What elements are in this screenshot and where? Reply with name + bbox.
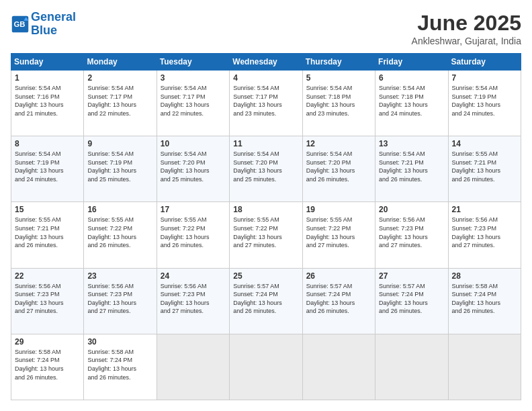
- table-row: [448, 334, 521, 400]
- day-number: 8: [15, 139, 80, 148]
- table-row: 24Sunrise: 5:56 AM Sunset: 7:23 PM Dayli…: [157, 268, 229, 334]
- table-row: 29Sunrise: 5:58 AM Sunset: 7:24 PM Dayli…: [11, 334, 84, 400]
- day-number: 15: [15, 205, 80, 214]
- table-row: 13Sunrise: 5:54 AM Sunset: 7:21 PM Dayli…: [375, 136, 448, 202]
- day-info: Sunrise: 5:55 AM Sunset: 7:21 PM Dayligh…: [15, 216, 80, 249]
- day-number: 12: [306, 139, 371, 148]
- table-row: 28Sunrise: 5:58 AM Sunset: 7:24 PM Dayli…: [448, 268, 521, 334]
- day-number: 26: [306, 271, 371, 281]
- logo-text: General Blue: [31, 11, 76, 38]
- logo: GB General Blue: [11, 11, 76, 38]
- table-row: 17Sunrise: 5:55 AM Sunset: 7:22 PM Dayli…: [157, 202, 229, 268]
- location-subtitle: Ankleshwar, Gujarat, India: [412, 36, 521, 46]
- day-number: 28: [452, 271, 517, 281]
- table-row: 3Sunrise: 5:54 AM Sunset: 7:17 PM Daylig…: [157, 71, 229, 136]
- table-row: 30Sunrise: 5:58 AM Sunset: 7:24 PM Dayli…: [84, 334, 157, 400]
- table-row: 12Sunrise: 5:54 AM Sunset: 7:20 PM Dayli…: [302, 136, 375, 202]
- svg-text:GB: GB: [13, 19, 25, 28]
- header-tuesday: Tuesday: [157, 54, 229, 71]
- day-info: Sunrise: 5:54 AM Sunset: 7:19 PM Dayligh…: [87, 150, 152, 183]
- table-row: 25Sunrise: 5:57 AM Sunset: 7:24 PM Dayli…: [230, 268, 302, 334]
- table-row: 14Sunrise: 5:55 AM Sunset: 7:21 PM Dayli…: [448, 136, 521, 202]
- calendar-week-row: 29Sunrise: 5:58 AM Sunset: 7:24 PM Dayli…: [11, 334, 521, 400]
- table-row: 7Sunrise: 5:54 AM Sunset: 7:19 PM Daylig…: [448, 71, 521, 136]
- day-info: Sunrise: 5:54 AM Sunset: 7:17 PM Dayligh…: [87, 84, 152, 118]
- day-number: 7: [452, 73, 517, 83]
- day-info: Sunrise: 5:54 AM Sunset: 7:16 PM Dayligh…: [15, 84, 80, 118]
- table-row: [157, 334, 229, 400]
- header-wednesday: Wednesday: [230, 54, 302, 71]
- day-info: Sunrise: 5:54 AM Sunset: 7:19 PM Dayligh…: [15, 150, 80, 183]
- table-row: 22Sunrise: 5:56 AM Sunset: 7:23 PM Dayli…: [11, 268, 84, 334]
- day-info: Sunrise: 5:54 AM Sunset: 7:17 PM Dayligh…: [161, 84, 226, 118]
- header-sunday: Sunday: [11, 54, 84, 71]
- table-row: 16Sunrise: 5:55 AM Sunset: 7:22 PM Dayli…: [84, 202, 157, 268]
- table-row: 27Sunrise: 5:57 AM Sunset: 7:24 PM Dayli…: [375, 268, 448, 334]
- table-row: [302, 334, 375, 400]
- table-row: 8Sunrise: 5:54 AM Sunset: 7:19 PM Daylig…: [11, 136, 84, 202]
- header: GB General Blue June 2025 Ankleshwar, Gu…: [11, 11, 521, 46]
- logo-line2: Blue: [31, 24, 57, 37]
- day-info: Sunrise: 5:58 AM Sunset: 7:24 PM Dayligh…: [87, 348, 152, 381]
- day-number: 25: [233, 271, 298, 281]
- day-number: 17: [161, 205, 226, 214]
- day-info: Sunrise: 5:54 AM Sunset: 7:20 PM Dayligh…: [161, 150, 226, 183]
- table-row: 9Sunrise: 5:54 AM Sunset: 7:19 PM Daylig…: [84, 136, 157, 202]
- calendar-table: Sunday Monday Tuesday Wednesday Thursday…: [11, 53, 521, 400]
- header-monday: Monday: [84, 54, 157, 71]
- header-thursday: Thursday: [302, 54, 375, 71]
- day-number: 5: [306, 73, 371, 83]
- day-number: 21: [452, 205, 517, 214]
- table-row: 15Sunrise: 5:55 AM Sunset: 7:21 PM Dayli…: [11, 202, 84, 268]
- day-number: 30: [87, 337, 152, 347]
- day-number: 1: [15, 73, 80, 83]
- calendar-week-row: 22Sunrise: 5:56 AM Sunset: 7:23 PM Dayli…: [11, 268, 521, 334]
- calendar-week-row: 15Sunrise: 5:55 AM Sunset: 7:21 PM Dayli…: [11, 202, 521, 268]
- table-row: 19Sunrise: 5:55 AM Sunset: 7:22 PM Dayli…: [302, 202, 375, 268]
- table-row: 26Sunrise: 5:57 AM Sunset: 7:24 PM Dayli…: [302, 268, 375, 334]
- day-number: 22: [15, 271, 80, 281]
- day-info: Sunrise: 5:54 AM Sunset: 7:18 PM Dayligh…: [306, 84, 371, 118]
- day-info: Sunrise: 5:58 AM Sunset: 7:24 PM Dayligh…: [15, 348, 80, 381]
- header-friday: Friday: [375, 54, 448, 71]
- logo-line1: General: [31, 10, 76, 24]
- month-title: June 2025: [412, 11, 521, 36]
- day-number: 10: [161, 139, 226, 148]
- day-number: 20: [379, 205, 444, 214]
- day-info: Sunrise: 5:54 AM Sunset: 7:19 PM Dayligh…: [452, 84, 517, 118]
- day-number: 9: [87, 139, 152, 148]
- day-info: Sunrise: 5:57 AM Sunset: 7:24 PM Dayligh…: [233, 282, 298, 316]
- table-row: [375, 334, 448, 400]
- day-info: Sunrise: 5:55 AM Sunset: 7:22 PM Dayligh…: [233, 216, 298, 249]
- day-number: 3: [161, 73, 226, 83]
- logo-icon: GB: [11, 15, 30, 34]
- table-row: 2Sunrise: 5:54 AM Sunset: 7:17 PM Daylig…: [84, 71, 157, 136]
- day-number: 19: [306, 205, 371, 214]
- day-number: 18: [233, 205, 298, 214]
- day-info: Sunrise: 5:54 AM Sunset: 7:20 PM Dayligh…: [233, 150, 298, 183]
- table-row: [230, 334, 302, 400]
- day-info: Sunrise: 5:55 AM Sunset: 7:22 PM Dayligh…: [161, 216, 226, 249]
- day-info: Sunrise: 5:58 AM Sunset: 7:24 PM Dayligh…: [452, 282, 517, 316]
- day-info: Sunrise: 5:55 AM Sunset: 7:22 PM Dayligh…: [306, 216, 371, 249]
- day-number: 16: [87, 205, 152, 214]
- day-info: Sunrise: 5:56 AM Sunset: 7:23 PM Dayligh…: [15, 282, 80, 316]
- calendar-header-row: Sunday Monday Tuesday Wednesday Thursday…: [11, 54, 521, 71]
- day-number: 6: [379, 73, 444, 83]
- table-row: 11Sunrise: 5:54 AM Sunset: 7:20 PM Dayli…: [230, 136, 302, 202]
- header-saturday: Saturday: [448, 54, 521, 71]
- day-number: 29: [15, 337, 80, 347]
- table-row: 1Sunrise: 5:54 AM Sunset: 7:16 PM Daylig…: [11, 71, 84, 136]
- day-number: 2: [87, 73, 152, 83]
- day-info: Sunrise: 5:56 AM Sunset: 7:23 PM Dayligh…: [452, 216, 517, 249]
- calendar-week-row: 1Sunrise: 5:54 AM Sunset: 7:16 PM Daylig…: [11, 71, 521, 136]
- table-row: 23Sunrise: 5:56 AM Sunset: 7:23 PM Dayli…: [84, 268, 157, 334]
- day-number: 13: [379, 139, 444, 148]
- day-info: Sunrise: 5:54 AM Sunset: 7:18 PM Dayligh…: [379, 84, 444, 118]
- day-number: 14: [452, 139, 517, 148]
- page: GB General Blue June 2025 Ankleshwar, Gu…: [0, 0, 532, 411]
- table-row: 21Sunrise: 5:56 AM Sunset: 7:23 PM Dayli…: [448, 202, 521, 268]
- day-number: 23: [87, 271, 152, 281]
- day-info: Sunrise: 5:54 AM Sunset: 7:21 PM Dayligh…: [379, 150, 444, 183]
- table-row: 10Sunrise: 5:54 AM Sunset: 7:20 PM Dayli…: [157, 136, 229, 202]
